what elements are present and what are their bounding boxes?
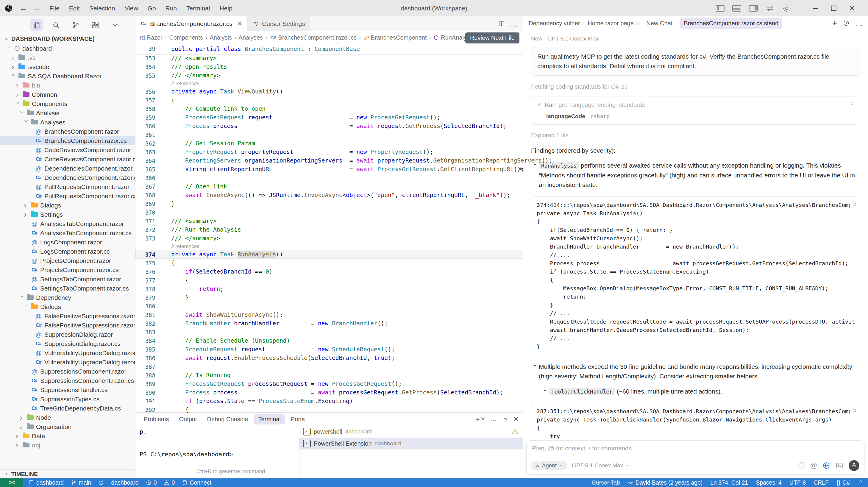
new-terminal-icon[interactable]: ＋˅ — [474, 415, 485, 424]
tree-item-common[interactable]: Common — [0, 90, 135, 99]
breadcrumb-item[interactable]: Analyses — [239, 34, 263, 41]
agent-mode-selector[interactable]: ∞Agent — [531, 461, 567, 470]
status-dashboard[interactable]: dashboard — [29, 479, 64, 486]
timeline-section[interactable]: TIMELINE — [0, 469, 135, 478]
tree-item-organisation[interactable]: Organisation — [0, 422, 135, 431]
status-bell[interactable] — [858, 480, 863, 486]
code-line-390[interactable]: 390 Process process = await processGetRe… — [135, 388, 523, 397]
minimize-button[interactable]: ─ — [806, 4, 825, 12]
tree-item-dashboard[interactable]: dashboard — [0, 44, 135, 53]
new-chat-icon[interactable]: + — [832, 19, 837, 28]
code-line-376[interactable]: 376 if(SelectedBranchId == 0) — [135, 267, 523, 276]
close-tab-icon[interactable]: ✕ — [237, 20, 243, 28]
web-icon[interactable] — [823, 462, 830, 469]
review-next-file-button[interactable]: Review Next File — [465, 32, 520, 43]
code-line-361[interactable]: 361 — [135, 130, 523, 139]
tree-item-data[interactable]: Data — [0, 431, 135, 440]
tree-item-dependency[interactable]: Dependency — [0, 293, 135, 302]
chat-tab-0[interactable]: Dependency vulner — [529, 20, 580, 27]
tree-item-dependenciescomponent-razor-cs[interactable]: C#DependenciesComponent.razor.cs — [0, 173, 135, 182]
tree-item-vulnerabilityupgradedialog-razor-cs[interactable]: C#VulnerabilityUpgradeDialog.razor.cs — [0, 358, 135, 367]
panel-tab-terminal[interactable]: Terminal — [254, 414, 285, 425]
code-line-382[interactable]: 382 BranchHandler branchHandler = new Br… — [135, 319, 523, 328]
more-icon[interactable]: … — [490, 415, 497, 423]
tree-item-pullrequestscomponent-razor[interactable]: @PullRequestsComponent.razor — [0, 182, 135, 191]
code-line-389[interactable]: 389 ProcessGetRequest processGetRequest … — [135, 379, 523, 388]
code-line-372[interactable]: 372/// Run the Analysis — [135, 225, 523, 234]
voice-icon[interactable] — [849, 460, 859, 471]
tree-item-dependenciescomponent-razor[interactable]: @DependenciesComponent.razor — [0, 164, 135, 173]
maximize-button[interactable]: ☐ — [825, 4, 843, 12]
tree-item-settingstabcomponent-razor[interactable]: @SettingsTabComponent.razor — [0, 274, 135, 284]
code-line-365[interactable]: 365 string clientReportingURL = await Pr… — [135, 165, 523, 174]
tree-item-branchescomponent-razor-cs[interactable]: C#BranchesComponent.razor.cs — [0, 136, 135, 145]
search-icon[interactable] — [50, 19, 63, 31]
code-line-387[interactable]: 387 — [135, 362, 523, 371]
tool-call-card[interactable]: ✓ Ran get_language_coding_standards lang… — [531, 96, 860, 125]
code-line-379[interactable]: 379 } — [135, 293, 523, 302]
chevron-down-icon[interactable] — [108, 19, 121, 31]
tree-item-pullrequestscomponent-razor-cs[interactable]: C#PullRequestsComponent.razor.cs — [0, 191, 135, 201]
status-spaces-4[interactable]: Spaces: 4 — [756, 479, 782, 486]
panel-tab-problems[interactable]: Problems — [140, 414, 173, 425]
code-line-377[interactable]: 377 { — [135, 276, 523, 284]
chat-tab-1[interactable]: Home.razor page u — [588, 20, 639, 27]
close-button[interactable]: ✕ — [843, 4, 862, 12]
code-line-373[interactable]: 373/// </summary> — [135, 234, 523, 243]
tree-item-suppressiondialog-razor-cs[interactable]: C#SuppressionDialog.razor.cs — [0, 339, 135, 348]
codelens-references[interactable]: 2 references — [135, 243, 523, 250]
tree-item--vscode[interactable]: .vscode — [0, 62, 135, 71]
code-line-367[interactable]: 367 // Open link — [135, 182, 523, 191]
status-crlf[interactable]: CRLF — [813, 479, 829, 486]
back-arrow-icon[interactable]: ← — [20, 4, 27, 13]
status-sync[interactable] — [98, 480, 104, 486]
breadcrumb-item[interactable]: rd.Razor — [140, 34, 162, 41]
tree-item-falsepositivesuppressions-razor[interactable]: @FalsePositiveSuppressions.razor — [0, 311, 135, 321]
copy-icon[interactable] — [850, 200, 857, 207]
tree-item-codereviewscomponent-razor-cs[interactable]: C#CodeReviewsComponent.razor.cs — [0, 154, 135, 164]
tree-item-projectscomponent-razor[interactable]: @ProjectsComponent.razor — [0, 256, 135, 265]
sticky-scroll-line[interactable]: 39public partial class BranchesComponent… — [135, 44, 523, 54]
toggle-primary-sidebar-icon[interactable] — [716, 5, 724, 11]
tree-item-dialogs[interactable]: Dialogs — [0, 201, 135, 210]
terminal-output[interactable]: p. PS C:\repos\sqa\dashboard>Ctrl+K to g… — [135, 426, 299, 478]
code-line-392[interactable]: 392 { — [135, 405, 523, 414]
menu-file[interactable]: File — [46, 4, 63, 13]
tree-item-vulnerabilityupgradedialog-razor[interactable]: @VulnerabilityUpgradeDialog.razor — [0, 348, 135, 358]
tree-item-treegriddependencydata-cs[interactable]: C#TreeGridDependencyData.cs — [0, 404, 135, 413]
code-line-363[interactable]: 363 PropertyRequest propertyRequest = ne… — [135, 148, 523, 156]
remote-indicator[interactable]: >< — [0, 478, 23, 487]
panel-tab-output[interactable]: Output — [175, 414, 201, 425]
toggle-secondary-sidebar-icon[interactable] — [749, 5, 758, 11]
menu-run[interactable]: Run — [162, 4, 181, 13]
panel-tab-debug-console[interactable]: Debug Console — [203, 414, 252, 425]
source-control-icon[interactable] — [69, 19, 82, 31]
forward-arrow-icon[interactable]: → — [33, 4, 40, 13]
menu-edit[interactable]: Edit — [65, 4, 83, 13]
tree-item-suppressiondialog-razor[interactable]: @SuppressionDialog.razor — [0, 330, 135, 339]
breadcrumb-item[interactable]: Analysis — [210, 34, 231, 41]
code-line-391[interactable]: 391 if (process.State == ProcessStateEnu… — [135, 397, 523, 405]
status-david-bates-2-years-ago-[interactable]: David Bates (2 years ago) — [628, 479, 703, 486]
tree-item-analysis[interactable]: Analysis — [0, 109, 135, 118]
status-connect[interactable]: Connect — [182, 479, 211, 486]
tree-item-analyses[interactable]: Analyses — [0, 118, 135, 127]
tab-branchescomponent-razor-cs[interactable]: C#BranchesComponent.razor.cs✕ — [135, 17, 248, 31]
code-line-370[interactable]: 370 — [135, 208, 523, 217]
code-line-381[interactable]: 381 await ShowWaitCursorAsync(); — [135, 310, 523, 319]
code-line-357[interactable]: 357{ — [135, 96, 523, 104]
model-selector[interactable]: GPT-5.1 Codex Max — [572, 462, 629, 469]
chat-more-icon[interactable]: … — [856, 19, 863, 27]
code-line-388[interactable]: 388 // Is Running — [135, 371, 523, 379]
image-icon[interactable] — [836, 462, 843, 469]
chat-code-block-1[interactable]: 287:351:c:\repos\sqa\dashboard\SA.SQA.Da… — [531, 403, 860, 439]
code-line-380[interactable]: 380 — [135, 302, 523, 310]
code-line-378[interactable]: 378 return; — [135, 284, 523, 293]
extensions-icon[interactable] — [89, 19, 102, 31]
tree-item-components[interactable]: Components — [0, 99, 135, 109]
close-panel-icon[interactable]: ✕ — [514, 415, 519, 423]
tree-item-settings[interactable]: Settings — [0, 210, 135, 219]
tree-item-logscomponent-razor[interactable]: @LogsComponent.razor — [0, 238, 135, 247]
status-0[interactable]: 0 — [164, 479, 175, 486]
code-line-386[interactable]: 386 await request.EnableProcessSchedule(… — [135, 354, 523, 362]
